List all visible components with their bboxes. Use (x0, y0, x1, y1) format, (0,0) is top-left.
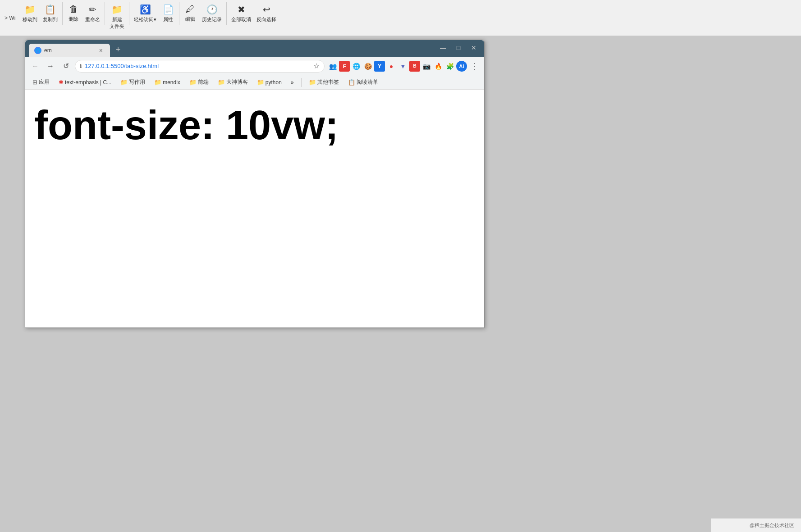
minimize-btn[interactable]: — (436, 42, 450, 53)
close-btn[interactable]: ✕ (467, 42, 481, 53)
bookmark-apps[interactable]: ⊞ 应用 (29, 77, 53, 87)
bookmarks-sep (301, 78, 302, 87)
toolbar-sep-2 (105, 2, 105, 25)
user-avatar[interactable]: Ai (456, 61, 467, 72)
writing-label: 写作用 (129, 78, 145, 86)
abp-icon[interactable]: B (409, 61, 420, 72)
profiles-icon[interactable]: 👥 (327, 61, 338, 72)
toolbar-accessibility-btn[interactable]: ♿ 轻松访问▾ (131, 2, 159, 25)
accessibility-label: 轻松访问▾ (134, 16, 156, 23)
reading-icon: 📋 (348, 79, 355, 86)
bookmark-python[interactable]: 📁 python (253, 77, 285, 87)
tab-title: em (44, 47, 52, 54)
main-content-text: font-size: 10vw; (34, 103, 475, 148)
toolbar-move-btn[interactable]: 📁 移动到 (20, 2, 40, 25)
breadcrumb: > Wi (5, 15, 15, 21)
text-emphasis-icon: ✱ (59, 79, 64, 86)
new-folder-label: 新建文件夹 (110, 16, 124, 30)
bookmark-reading[interactable]: 📋 阅读清单 (344, 77, 382, 87)
back-btn[interactable]: ← (29, 60, 41, 73)
bookmark-frontend[interactable]: 📁 前端 (186, 77, 212, 87)
edit-label: 编辑 (185, 16, 195, 23)
toolbar-reverse-select-btn[interactable]: ↩ 反向选择 (254, 2, 279, 25)
delete-icon: 🗑 (69, 4, 78, 14)
watermark-text: @稀土掘金技术社区 (750, 522, 794, 529)
bookmark-blog[interactable]: 📁 大神博客 (214, 77, 252, 87)
tab-favicon: 🌐 (34, 47, 41, 54)
web-icon[interactable]: 🌐 (351, 61, 362, 72)
cancel-all-label: 全部取消 (231, 16, 251, 23)
new-tab-btn[interactable]: + (112, 43, 124, 56)
frontend-icon: 📁 (189, 79, 197, 86)
dot-icon[interactable]: ● (386, 61, 397, 72)
blog-label: 大神博客 (226, 78, 248, 86)
browser-window: 🌐 em × + — □ ✕ ← → ↺ ℹ 127.0.0.1:5500/ta… (25, 40, 485, 328)
cancel-all-icon: ✖ (238, 4, 245, 15)
toolbar-cancel-all-btn[interactable]: ✖ 全部取消 (229, 2, 254, 25)
y-icon[interactable]: Y (374, 61, 385, 72)
properties-label: 属性 (163, 16, 173, 23)
bookmark-text-emphasis[interactable]: ✱ text-emphasis | C... (55, 77, 115, 87)
fire-icon[interactable]: 🔥 (433, 61, 444, 72)
url-text: 127.0.0.1:5500/tab-size.html (85, 63, 311, 69)
apps-label: 应用 (39, 78, 50, 86)
forward-btn[interactable]: → (44, 60, 57, 73)
new-folder-icon: 📁 (111, 4, 123, 15)
bookmark-writing[interactable]: 📁 写作用 (117, 77, 149, 87)
python-icon: 📁 (257, 79, 264, 86)
delete-label: 删除 (69, 16, 78, 23)
toolbar-new-folder-btn[interactable]: 📁 新建文件夹 (107, 2, 127, 32)
python-label: python (265, 79, 282, 86)
puzzle-icon[interactable]: 🧩 (444, 61, 455, 72)
photo-icon[interactable]: 📷 (421, 61, 432, 72)
bookmark-star-btn[interactable]: ☆ (313, 62, 320, 70)
other-label: 其他书签 (317, 78, 339, 86)
move-icon: 📁 (24, 4, 36, 15)
favicon-icon: 🌐 (35, 48, 41, 53)
toolbar-delete-btn[interactable]: 🗑 删除 (64, 2, 82, 24)
feedly-icon[interactable]: F (339, 61, 350, 72)
maximize-btn[interactable]: □ (452, 42, 465, 53)
text-emphasis-label: text-emphasis | C... (65, 79, 111, 86)
toolbar-edit-btn[interactable]: 🖊 编辑 (181, 2, 199, 24)
browser-toolbar-icons: 👥 F 🌐 🍪 Y ● ▼ B 📷 🔥 🧩 Ai ⋮ (327, 60, 481, 73)
frontend-label: 前端 (198, 78, 209, 86)
secure-icon: ℹ (80, 63, 82, 69)
refresh-btn[interactable]: ↺ (60, 60, 72, 73)
cookie-icon[interactable]: 🍪 (362, 61, 373, 72)
browser-content: font-size: 10vw; (25, 90, 484, 327)
toolbar-rename-btn[interactable]: ✏ 重命名 (82, 2, 103, 25)
browser-titlebar: 🌐 em × + — □ ✕ (25, 40, 484, 57)
reverse-select-label: 反向选择 (256, 16, 276, 23)
toolbar-sep-5 (226, 2, 227, 25)
properties-icon: 📄 (163, 4, 174, 15)
writing-icon: 📁 (120, 79, 128, 86)
toolbar-sep-4 (179, 2, 179, 25)
reverse-select-icon: ↩ (263, 4, 270, 15)
toolbar-properties-btn[interactable]: 📄 属性 (159, 2, 177, 25)
tab-close-btn[interactable]: × (97, 46, 105, 55)
bookmark-mendix[interactable]: 📁 mendix (151, 77, 184, 87)
history-label: 历史记录 (202, 16, 222, 23)
down-icon[interactable]: ▼ (398, 61, 408, 72)
copy-icon: 📋 (45, 4, 56, 15)
rename-label: 重命名 (85, 16, 100, 23)
browser-tab-active[interactable]: 🌐 em × (29, 44, 110, 57)
mendix-label: mendix (163, 79, 180, 86)
window-controls: — □ ✕ (436, 42, 481, 53)
apps-icon: ⊞ (32, 79, 37, 86)
toolbar-copy-btn[interactable]: 📋 复制到 (40, 2, 60, 25)
rename-icon: ✏ (89, 4, 96, 15)
browser-navbar: ← → ↺ ℹ 127.0.0.1:5500/tab-size.html ☆ 👥… (25, 57, 484, 75)
address-bar[interactable]: ℹ 127.0.0.1:5500/tab-size.html ☆ (75, 60, 325, 73)
menu-btn[interactable]: ⋮ (468, 60, 481, 73)
reading-label: 阅读清单 (357, 78, 378, 86)
toolbar-sep-3 (129, 2, 129, 25)
toolbar-history-btn[interactable]: 🕐 历史记录 (199, 2, 224, 25)
blog-icon: 📁 (218, 79, 225, 86)
bookmark-other[interactable]: 📁 其他书签 (305, 77, 343, 87)
toolbar-row: 📁 移动到 📋 复制到 🗑 删除 ✏ 重命名 📁 新建文件夹 ♿ 轻松访问▾ 📄… (20, 2, 279, 34)
move-label: 移动到 (23, 16, 37, 23)
other-icon: 📁 (309, 79, 316, 86)
bookmarks-more-btn[interactable]: » (287, 78, 298, 87)
